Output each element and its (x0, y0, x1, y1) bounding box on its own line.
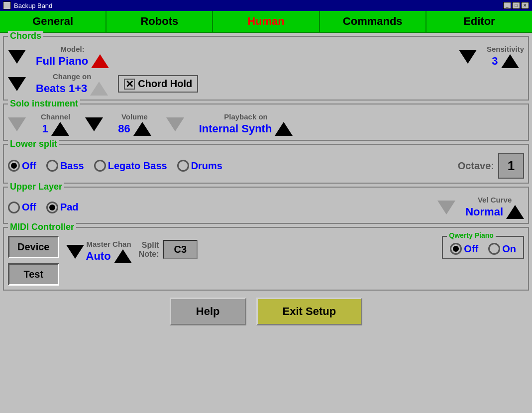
device-button[interactable]: Device (8, 236, 59, 258)
master-chan-label: Master Chan (87, 240, 131, 248)
upper-off-option[interactable]: Off (8, 202, 36, 213)
vel-curve-control: Vel Curve Normal (465, 196, 524, 219)
lower-split-radio-group: Off Bass Legato Bass Drums (8, 160, 222, 172)
upper-off-label: Off (22, 202, 36, 213)
vel-curve-label: Vel Curve (478, 196, 512, 204)
upper-pad-radio[interactable] (46, 202, 58, 213)
volume-control: Volume 86 (118, 112, 151, 136)
upper-layer-label: Upper Layer (8, 182, 64, 192)
vel-curve-decrease-button[interactable] (437, 201, 455, 214)
midi-row: Device Test Master Chan Auto SplitNo (8, 236, 524, 286)
solo-row: Channel 1 Volume 86 (8, 112, 524, 136)
close-button[interactable]: ✕ (521, 2, 529, 9)
chord-hold-check-icon: ✕ (124, 79, 135, 90)
lower-split-drums-label: Drums (191, 160, 222, 172)
chords-row1: Model: Full Piano Sensitivity 3 (8, 45, 524, 68)
qwerty-off-option[interactable]: Off (450, 243, 478, 255)
lower-split-off-label: Off (22, 160, 36, 172)
sensitivity-label: Sensitivity (487, 45, 524, 53)
change-on-increase-button[interactable] (90, 82, 108, 96)
qwerty-on-option[interactable]: On (488, 243, 516, 255)
split-note-label: SplitNote: (139, 241, 159, 259)
title-bar: Backup Band _ □ ✕ (0, 0, 532, 11)
chords-section: Chords Model: Full Piano Sensi (3, 36, 529, 101)
qwerty-on-label: On (502, 243, 516, 255)
window-title: Backup Band (14, 2, 503, 9)
sensitivity-value: 3 (492, 55, 498, 68)
chord-hold-checkbox[interactable]: ✕ Chord Hold (118, 75, 198, 93)
chords-row2: Change on Beats 1+3 ✕ Chord Hold (8, 72, 524, 96)
menu-robots[interactable]: Robots (106, 11, 213, 32)
qwerty-on-radio[interactable] (488, 243, 500, 255)
lower-split-legato-radio[interactable] (94, 160, 106, 172)
channel-label: Channel (41, 112, 70, 121)
change-on-decrease-button[interactable] (8, 77, 26, 91)
midi-section: MIDI Controller Device Test Master Chan … (3, 227, 529, 291)
help-button[interactable]: Help (170, 298, 246, 325)
master-chan-decrease-button[interactable] (66, 245, 84, 259)
master-chan-increase-button[interactable] (114, 249, 132, 263)
octave-label: Octave: (458, 160, 494, 172)
exit-setup-button[interactable]: Exit Setup (256, 298, 363, 325)
lower-split-off-option[interactable]: Off (8, 160, 36, 172)
maximize-button[interactable]: □ (512, 2, 520, 9)
upper-pad-option[interactable]: Pad (46, 202, 79, 213)
lower-split-drums-radio[interactable] (177, 160, 189, 172)
bottom-buttons: Help Exit Setup (3, 298, 529, 325)
volume-increase-button[interactable] (133, 122, 151, 136)
playback-value: Internal Synth (199, 122, 272, 135)
channel-increase-button[interactable] (51, 122, 69, 136)
model-control: Model: Full Piano (36, 45, 109, 68)
solo-label: Solo instrument (8, 99, 80, 109)
lower-split-off-radio[interactable] (8, 160, 20, 172)
menu-general[interactable]: General (0, 11, 106, 32)
upper-off-radio[interactable] (8, 202, 20, 213)
lower-split-label: Lower split (8, 139, 59, 149)
lower-split-bass-label: Bass (60, 160, 84, 172)
change-on-control: Change on Beats 1+3 (36, 72, 108, 96)
sensitivity-increase-button[interactable] (501, 54, 519, 68)
lower-split-legato-label: Legato Bass (108, 160, 167, 172)
qwerty-radio-group: Off On (450, 243, 516, 255)
octave-value: 1 (498, 153, 524, 179)
playback-increase-button[interactable] (275, 122, 293, 136)
qwerty-off-radio[interactable] (450, 243, 462, 255)
vel-curve-value: Normal (465, 206, 503, 218)
volume-label: Volume (121, 112, 148, 121)
lower-split-bass-option[interactable]: Bass (46, 160, 84, 172)
model-value: Full Piano (36, 55, 88, 68)
channel-decrease-button[interactable] (8, 117, 26, 131)
menu-commands[interactable]: Commands (320, 11, 426, 32)
model-increase-button[interactable] (91, 54, 109, 68)
model-decrease-button[interactable] (8, 50, 26, 64)
chord-hold-label: Chord Hold (138, 78, 192, 90)
upper-layer-radio-group: Off Pad (8, 202, 79, 213)
vel-curve-increase-button[interactable] (506, 205, 524, 219)
qwerty-piano-box: Qwerty Piano Off On (442, 236, 524, 259)
master-chan-control: Master Chan Auto (86, 240, 132, 263)
volume-value: 86 (118, 122, 130, 135)
minimize-button[interactable]: _ (503, 2, 511, 9)
lower-split-bass-radio[interactable] (46, 160, 58, 172)
volume-decrease-button[interactable] (85, 117, 103, 131)
menu-bar: General Robots Human Commands Editor (0, 11, 532, 33)
change-on-label: Change on (53, 72, 92, 81)
playback-label: Playback on (224, 112, 268, 121)
menu-editor[interactable]: Editor (426, 11, 532, 32)
beats-value: Beats 1+3 (36, 82, 87, 95)
lower-split-drums-option[interactable]: Drums (177, 160, 222, 172)
test-button[interactable]: Test (8, 263, 59, 286)
window-controls: _ □ ✕ (503, 2, 529, 9)
main-content: Chords Model: Full Piano Sensi (0, 33, 532, 328)
model-label: Model: (60, 45, 84, 53)
lower-split-section: Lower split Off Bass Legato Bass Drums (3, 144, 529, 184)
upper-layer-row: Off Pad Vel Curve Normal (8, 196, 524, 219)
channel-value: 1 (42, 122, 48, 135)
playback-decrease-button[interactable] (166, 117, 184, 131)
sensitivity-decrease-button[interactable] (459, 50, 477, 64)
channel-control: Channel 1 (41, 112, 70, 136)
menu-human[interactable]: Human (213, 11, 319, 32)
upper-layer-section: Upper Layer Off Pad Vel Curve (3, 187, 529, 224)
lower-split-legato-option[interactable]: Legato Bass (94, 160, 167, 172)
qwerty-piano-label: Qwerty Piano (447, 231, 495, 239)
